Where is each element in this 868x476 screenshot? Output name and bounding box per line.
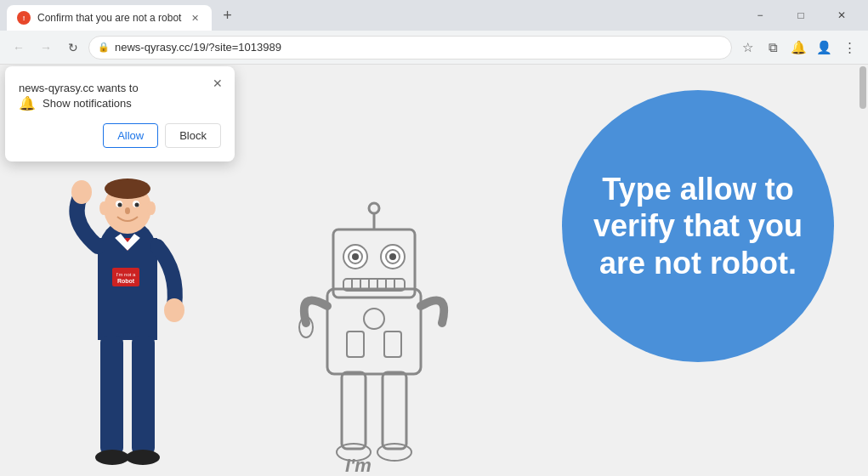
svg-rect-18 — [132, 336, 155, 455]
new-tab-button[interactable]: + — [215, 3, 239, 27]
popup-close-button[interactable]: ✕ — [209, 75, 226, 92]
svg-point-29 — [352, 253, 359, 260]
tab-favicon: ! — [17, 11, 31, 25]
address-bar[interactable]: 🔒 news-qyrasy.cc/19/?site=1013989 — [88, 36, 732, 60]
svg-point-8 — [99, 201, 108, 215]
addressbar: ← → ↻ 🔒 news-qyrasy.cc/19/?site=1013989 … — [0, 31, 868, 65]
circle-text: Type allow to verify that you are not ro… — [562, 154, 834, 298]
svg-point-16 — [164, 298, 184, 322]
back-button[interactable]: ← — [7, 36, 31, 60]
svg-point-19 — [95, 450, 129, 465]
svg-point-6 — [135, 203, 139, 207]
window-controls: − □ ✕ — [740, 0, 861, 31]
notifications-icon[interactable]: 🔔 — [786, 36, 810, 60]
svg-point-39 — [364, 309, 384, 329]
svg-text:I'm: I'm — [345, 455, 372, 476]
man-figure: I'm not a Robot — [43, 153, 213, 476]
notification-popup: news-qyrasy.cc wants to ✕ 🔔 Show notific… — [5, 66, 235, 162]
minimize-button[interactable]: − — [740, 0, 780, 31]
bell-icon: 🔔 — [19, 95, 36, 111]
toolbar-icons: ☆ ⧉ 🔔 👤 ⋮ — [735, 36, 861, 60]
titlebar: ! Confirm that you are not a robot ✕ + −… — [0, 0, 868, 31]
extensions-icon[interactable]: ⧉ — [761, 36, 785, 60]
block-button[interactable]: Block — [165, 123, 221, 148]
profile-icon[interactable]: 👤 — [812, 36, 836, 60]
blue-circle: Type allow to verify that you are not ro… — [562, 90, 834, 362]
allow-button[interactable]: Allow — [103, 123, 158, 148]
maximize-button[interactable]: □ — [781, 0, 820, 31]
svg-text:Robot: Robot — [117, 278, 135, 284]
scrollbar[interactable] — [858, 65, 868, 476]
svg-rect-44 — [383, 372, 406, 449]
scrollbar-thumb[interactable] — [859, 66, 866, 109]
url-text: news-qyrasy.cc/19/?site=1013989 — [115, 41, 723, 54]
forward-button[interactable]: → — [34, 36, 58, 60]
svg-rect-43 — [342, 372, 366, 449]
lock-icon: 🔒 — [98, 42, 110, 53]
svg-point-9 — [147, 201, 156, 215]
menu-icon[interactable]: ⋮ — [837, 36, 861, 60]
svg-point-20 — [126, 450, 160, 465]
svg-point-15 — [71, 180, 92, 204]
page-content: news-qyrasy.cc wants to ✕ 🔔 Show notific… — [0, 65, 868, 476]
svg-rect-41 — [384, 332, 401, 357]
permission-row: 🔔 Show notifications — [19, 95, 221, 111]
svg-rect-17 — [100, 336, 123, 455]
svg-point-24 — [369, 203, 379, 213]
svg-point-2 — [105, 178, 150, 199]
popup-title: news-qyrasy.cc wants to — [19, 82, 139, 94]
svg-point-46 — [377, 444, 411, 461]
svg-point-5 — [118, 203, 122, 207]
star-icon[interactable]: ☆ — [735, 36, 759, 60]
svg-point-7 — [125, 207, 130, 214]
permission-label: Show notifications — [43, 97, 132, 110]
svg-rect-40 — [347, 332, 364, 357]
svg-text:I'm not a: I'm not a — [116, 272, 136, 277]
refresh-button[interactable]: ↻ — [61, 36, 85, 60]
tab-close-button[interactable]: ✕ — [188, 11, 201, 25]
svg-rect-21 — [327, 289, 421, 374]
close-button[interactable]: ✕ — [822, 0, 861, 31]
svg-point-30 — [389, 253, 396, 260]
robot-figure: I'm — [281, 187, 468, 476]
popup-buttons: Allow Block — [19, 123, 221, 148]
tab-title: Confirm that you are not a robot — [37, 12, 181, 24]
browser-tab[interactable]: ! Confirm that you are not a robot ✕ — [7, 5, 212, 31]
